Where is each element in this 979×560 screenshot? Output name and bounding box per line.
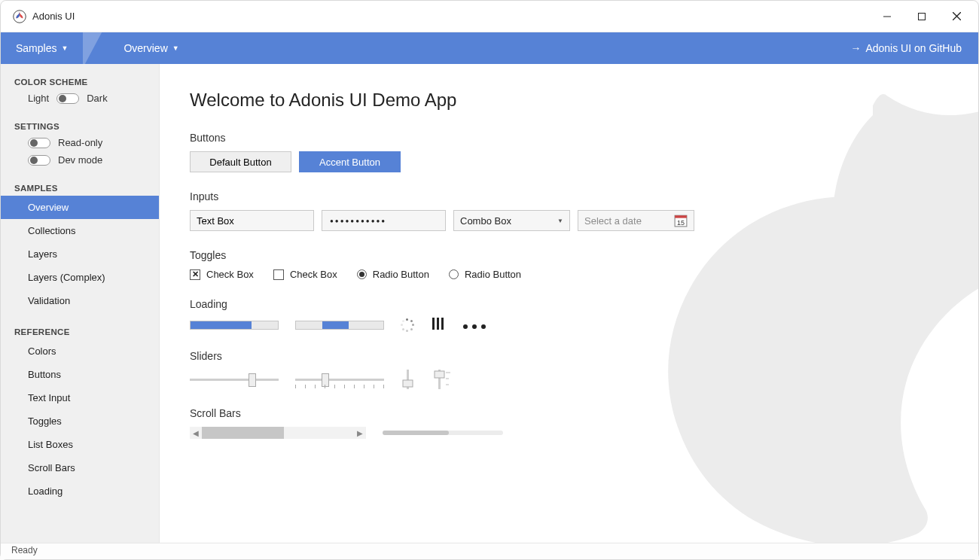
sidebar-item-toggles[interactable]: Toggles: [1, 409, 159, 433]
app-window: Adonis UI Samples ▼ Overview ▼ → Adonis …: [0, 0, 979, 560]
combobox[interactable]: Combo Box ▼: [453, 210, 570, 231]
menu-overview-label: Overview: [124, 42, 167, 54]
sidebar-item-label: Validation: [28, 295, 70, 306]
checkbox-checked[interactable]: ✕: [190, 269, 200, 280]
sidebar-item-buttons[interactable]: Buttons: [1, 363, 159, 386]
radio-label: Radio Button: [465, 269, 521, 280]
app-logo-icon: [13, 10, 26, 23]
scroll-left-icon[interactable]: ◀: [190, 429, 202, 437]
maximize-button[interactable]: [904, 1, 939, 32]
radio-label: Radio Button: [373, 269, 429, 280]
minimize-icon: [883, 13, 891, 20]
sidebar-item-text-input[interactable]: Text Input: [1, 386, 159, 409]
sidebar-item-collections[interactable]: Collections: [1, 219, 159, 242]
checkbox-label: Check Box: [206, 269, 254, 280]
devmode-label: Dev mode: [58, 154, 102, 166]
window-title: Adonis UI: [32, 11, 75, 22]
accent-button[interactable]: Accent Button: [299, 151, 401, 172]
sidebar-item-label: Buttons: [28, 369, 61, 380]
sidebar-item-label: Toggles: [28, 415, 62, 427]
sidebar-item-colors[interactable]: Colors: [1, 339, 159, 363]
menu-samples[interactable]: Samples ▼: [1, 32, 83, 64]
sidebar-item-scrollbars[interactable]: Scroll Bars: [1, 456, 159, 479]
sidebar: COLOR SCHEME Light Dark SETTINGS Read-on…: [1, 64, 160, 543]
section-heading-inputs: Inputs: [190, 190, 948, 202]
menubar-divider: [83, 32, 108, 64]
combobox-value: Combo Box: [460, 215, 511, 227]
readonly-toggle[interactable]: [28, 138, 50, 148]
svg-rect-6: [403, 380, 413, 387]
sidebar-item-layers-complex[interactable]: Layers (Complex): [1, 266, 159, 289]
menu-overview[interactable]: Overview ▼: [108, 32, 194, 64]
menu-samples-label: Samples: [16, 42, 56, 54]
sidebar-heading-samples: SAMPLES: [1, 179, 159, 196]
theme-switch-row: Light Dark: [1, 90, 159, 107]
status-text: Ready: [11, 545, 38, 555]
datepicker-placeholder: Select a date: [584, 215, 642, 227]
sidebar-item-overview[interactable]: Overview: [1, 196, 159, 219]
section-heading-scrollbars: Scroll Bars: [190, 407, 948, 419]
minimize-button[interactable]: [870, 1, 904, 32]
close-button[interactable]: [939, 1, 974, 32]
password-input[interactable]: ●●●●●●●●●●●: [322, 210, 446, 231]
svg-rect-8: [435, 371, 444, 378]
checkbox-label: Check Box: [290, 269, 337, 280]
progressbar-indeterminate: [295, 321, 384, 330]
scrollbar-minimal[interactable]: [383, 431, 503, 435]
chevron-down-icon: ▼: [557, 218, 563, 224]
page-title: Welcome to Adonis UI Demo App: [190, 90, 948, 111]
radio-selected[interactable]: [357, 269, 367, 279]
section-heading-toggles: Toggles: [190, 249, 948, 261]
readonly-row: Read-only: [1, 134, 159, 151]
devmode-row: Dev mode: [1, 151, 159, 169]
devmode-toggle[interactable]: [28, 155, 50, 166]
progressbar: [190, 321, 279, 330]
spinner-dots-icon: [401, 318, 414, 332]
sidebar-item-label: Colors: [28, 345, 56, 357]
sidebar-heading-reference: REFERENCE: [1, 323, 159, 339]
sidebar-heading-settings: SETTINGS: [1, 117, 159, 134]
github-link[interactable]: → Adonis UI on GitHub: [834, 32, 978, 64]
default-button[interactable]: Default Button: [190, 151, 291, 172]
section-heading-buttons: Buttons: [190, 132, 948, 144]
scroll-right-icon[interactable]: ▶: [354, 429, 366, 437]
arrow-right-icon: →: [850, 42, 861, 54]
theme-dark-label: Dark: [87, 93, 107, 104]
theme-light-label: Light: [28, 93, 49, 104]
spinner-bars-icon: [431, 318, 444, 332]
sidebar-item-label: Loading: [28, 485, 63, 497]
theme-toggle[interactable]: [56, 93, 79, 104]
slider-vertical-ticks-icon[interactable]: [432, 370, 455, 389]
slider-ticks[interactable]: [295, 372, 384, 387]
sidebar-item-listboxes[interactable]: List Boxes: [1, 433, 159, 456]
sidebar-item-label: Layers (Complex): [28, 272, 105, 283]
textbox-input[interactable]: [190, 210, 314, 231]
sidebar-item-label: Scroll Bars: [28, 462, 75, 473]
spinner-ellipsis-icon: [461, 319, 488, 331]
body: COLOR SCHEME Light Dark SETTINGS Read-on…: [1, 64, 978, 543]
slider-horizontal[interactable]: [190, 372, 279, 387]
sidebar-heading-scheme: COLOR SCHEME: [1, 73, 159, 90]
content-area: Welcome to Adonis UI Demo App Buttons De…: [160, 64, 978, 543]
sidebar-item-validation[interactable]: Validation: [1, 289, 159, 312]
chevron-down-icon: ▼: [172, 44, 179, 52]
svg-text:15: 15: [677, 219, 685, 227]
sidebar-item-label: Layers: [28, 248, 57, 260]
maximize-icon: [918, 13, 926, 20]
scrollbar-classic[interactable]: ◀ ▶: [190, 427, 366, 439]
sidebar-item-label: Text Input: [28, 392, 70, 403]
slider-vertical-icon[interactable]: [401, 370, 416, 389]
menubar: Samples ▼ Overview ▼ → Adonis UI on GitH…: [1, 32, 978, 64]
section-heading-sliders: Sliders: [190, 350, 948, 362]
datepicker[interactable]: Select a date 15: [578, 210, 694, 231]
titlebar: Adonis UI: [1, 1, 978, 32]
readonly-label: Read-only: [58, 137, 102, 148]
github-link-label: Adonis UI on GitHub: [865, 42, 962, 54]
radio-unselected[interactable]: [449, 269, 459, 279]
section-heading-loading: Loading: [190, 298, 948, 310]
sidebar-item-loading[interactable]: Loading: [1, 479, 159, 503]
checkbox-unchecked[interactable]: [273, 269, 284, 280]
sidebar-item-layers[interactable]: Layers: [1, 242, 159, 266]
svg-rect-3: [675, 215, 687, 218]
close-icon: [953, 12, 961, 20]
